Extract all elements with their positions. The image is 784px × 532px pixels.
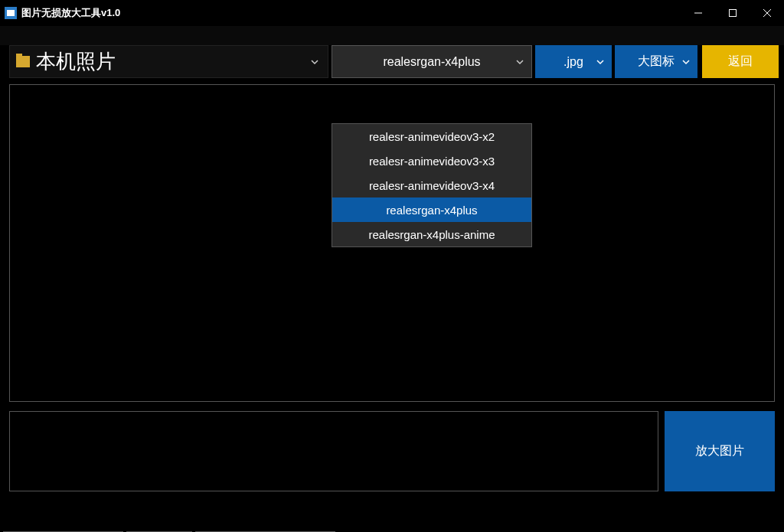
minimize-button[interactable]: [681, 0, 715, 26]
model-option[interactable]: realesrgan-x4plus: [332, 197, 531, 222]
svg-rect-1: [729, 10, 736, 17]
bottom-row: 放大图片: [9, 411, 775, 491]
view-dropdown[interactable]: 大图标: [615, 45, 697, 78]
content: 本机照片 realesrgan-x4plus .jpg 大图标 返回 放大图片 …: [0, 45, 784, 532]
maximize-button[interactable]: [715, 0, 750, 26]
enlarge-label: 放大图片: [695, 443, 744, 459]
model-option[interactable]: realesr-animevideov3-x3: [332, 149, 531, 173]
model-dropdown-list: realesr-animevideov3-x2realesr-animevide…: [332, 123, 532, 247]
back-button[interactable]: 返回: [702, 45, 779, 78]
window-title: 图片无损放大工具v1.0: [21, 6, 120, 20]
model-option[interactable]: realesr-animevideov3-x4: [332, 173, 531, 197]
format-dropdown[interactable]: .jpg: [535, 45, 612, 78]
titlebar: 图片无损放大工具v1.0: [0, 0, 784, 26]
log-area: [9, 411, 658, 491]
chevron-down-icon: [311, 55, 318, 69]
model-option[interactable]: realesr-animevideov3-x2: [332, 124, 531, 149]
model-option[interactable]: realesrgan-x4plus-anime: [332, 222, 531, 246]
enlarge-button[interactable]: 放大图片: [665, 411, 775, 491]
back-label: 返回: [728, 54, 753, 70]
view-label: 大图标: [638, 54, 675, 70]
titlebar-left: 图片无损放大工具v1.0: [5, 6, 120, 20]
model-dropdown[interactable]: realesrgan-x4plus: [332, 45, 532, 78]
folder-icon: [16, 56, 30, 67]
toolbar-row: 本机照片 realesrgan-x4plus .jpg 大图标 返回: [0, 45, 784, 78]
model-label: realesrgan-x4plus: [383, 55, 480, 69]
chevron-down-icon: [596, 55, 604, 69]
window-controls: [681, 0, 784, 26]
close-button[interactable]: [750, 0, 784, 26]
source-label: 本机照片: [36, 48, 116, 75]
app-icon: [5, 7, 17, 19]
source-dropdown[interactable]: 本机照片: [9, 45, 328, 78]
chevron-down-icon: [682, 55, 690, 69]
format-label: .jpg: [564, 55, 583, 69]
chevron-down-icon: [516, 55, 524, 69]
